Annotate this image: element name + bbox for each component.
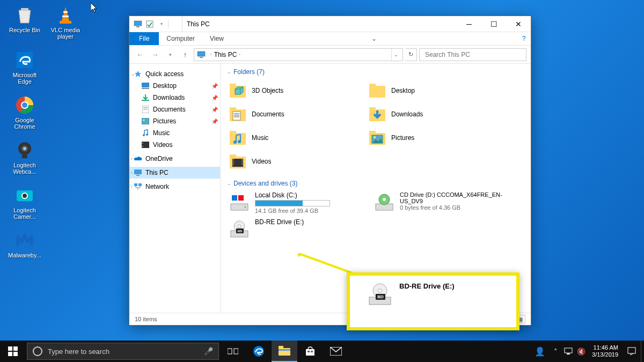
folder-item[interactable]: 3D Objects	[227, 79, 367, 102]
sidebar-item-documents[interactable]: Documents📌	[129, 104, 220, 115]
desktop-icon-label: Logitech Webca...	[6, 162, 43, 175]
thispc-icon[interactable]	[133, 19, 143, 29]
folders-section-header[interactable]: ⌄Folders (7)	[227, 68, 524, 76]
callout-text: BD-RE Drive (E:)	[399, 282, 455, 290]
folder-item[interactable]: Documents	[227, 102, 367, 126]
close-button[interactable]: ✕	[506, 16, 531, 32]
svg-rect-99	[565, 348, 572, 353]
chrome-icon	[14, 94, 35, 116]
show-desktop-button[interactable]	[641, 341, 644, 362]
mic-icon[interactable]: 🎤	[204, 347, 213, 356]
tab-view[interactable]: View	[202, 32, 231, 45]
qat-dropdown-icon[interactable]: ▾	[156, 19, 167, 29]
tray-chevron-icon[interactable]: ˄	[549, 341, 562, 362]
sidebar-onedrive[interactable]: ›OneDrive	[129, 153, 220, 165]
sidebar-label: This PC	[145, 169, 169, 176]
tray-people-icon[interactable]: 👤	[531, 341, 549, 362]
breadcrumb-item[interactable]: This PC	[214, 51, 237, 58]
search-box[interactable]	[419, 48, 526, 61]
desktop-icon-malwarebytes[interactable]: Malwareby...	[4, 230, 45, 267]
svg-rect-86	[13, 346, 18, 351]
breadcrumb-sep[interactable]: ›	[239, 52, 240, 57]
desktop-icon-chrome[interactable]: Google Chrome	[4, 94, 45, 132]
folder-item[interactable]: Music	[227, 126, 367, 150]
folder-item[interactable]: Downloads	[367, 102, 506, 126]
chevron-right-icon[interactable]: ›	[131, 170, 133, 175]
chevron-right-icon[interactable]: ›	[131, 156, 133, 161]
desktop-icon-recycle-bin[interactable]: Recycle Bin	[4, 4, 45, 42]
desktop-icon-lgcamera[interactable]: Logitech Camer...	[4, 184, 45, 222]
drive-bd-re-e[interactable]: BD BD-RE Drive (E:)	[227, 217, 372, 244]
nav-forward-button[interactable]: →	[149, 48, 162, 61]
svg-point-7	[22, 102, 27, 108]
sidebar-item-pictures[interactable]: Pictures📌	[129, 115, 220, 127]
svg-rect-94	[279, 349, 290, 351]
folder-item[interactable]: Desktop	[367, 79, 506, 102]
desktop-icon-label: VLC media player	[47, 27, 84, 40]
sidebar-item-music[interactable]: Music	[129, 127, 220, 139]
svg-rect-87	[8, 352, 12, 356]
folder-item[interactable]: Pictures	[367, 126, 506, 150]
svg-rect-32	[142, 146, 143, 147]
svg-rect-85	[8, 346, 12, 351]
tray-volume-icon[interactable]: 🔇	[575, 341, 588, 362]
folder-item[interactable]: Videos	[227, 150, 367, 173]
svg-rect-43	[233, 112, 240, 120]
taskview-button[interactable]	[220, 341, 246, 362]
titlebar[interactable]: ▾ This PC ─ ☐ ✕	[129, 16, 531, 32]
taskbar-explorer[interactable]	[272, 341, 297, 362]
thispc-icon	[134, 168, 142, 177]
desktop-icon-edge[interactable]: Microsoft Edge	[4, 49, 45, 87]
tab-file[interactable]: File	[129, 32, 159, 45]
refresh-button[interactable]: ↻	[405, 48, 417, 61]
sidebar-item-videos[interactable]: Videos	[129, 139, 220, 151]
sidebar-label: Documents	[153, 106, 186, 113]
sidebar-quick-access[interactable]: ⌄Quick access	[129, 68, 220, 80]
chevron-down-icon[interactable]: ⌄	[131, 71, 135, 77]
folder-label: Desktop	[391, 87, 415, 94]
help-icon[interactable]: ?	[517, 32, 531, 45]
search-placeholder: Type here to search	[48, 348, 204, 356]
sidebar-item-desktop[interactable]: Desktop📌	[129, 80, 220, 92]
taskbar-clock[interactable]: 11:46 AM3/13/2019	[588, 344, 623, 358]
sidebar-thispc[interactable]: ›This PC	[129, 167, 220, 179]
svg-point-51	[233, 141, 237, 144]
sidebar-network[interactable]: ›Network	[129, 181, 220, 193]
taskbar-search[interactable]: Type here to search 🎤	[27, 343, 219, 360]
nav-recent-button[interactable]: ▾	[164, 48, 177, 61]
drive-name: BD-RE Drive (E:)	[255, 218, 371, 226]
taskbar-mail[interactable]	[323, 341, 349, 362]
folder-icon	[228, 128, 247, 147]
search-input[interactable]	[425, 51, 523, 58]
minimize-button[interactable]: ─	[457, 16, 481, 32]
svg-rect-48	[369, 107, 376, 110]
svg-rect-25	[143, 109, 148, 109]
sidebar-label: Network	[145, 183, 169, 190]
music-icon	[141, 129, 150, 137]
drive-cd-d[interactable]: CD Drive (D:) CCCOMA_X64FRE_EN-US_DV9 0 …	[372, 190, 517, 217]
pictures-icon	[141, 117, 150, 125]
start-button[interactable]	[0, 341, 26, 362]
desktop-icon-label: Microsoft Edge	[6, 72, 43, 85]
nav-up-button[interactable]: ↑	[179, 48, 192, 61]
tab-computer[interactable]: Computer	[159, 32, 202, 45]
desktop-icon-vlc[interactable]: VLC media player	[45, 4, 86, 42]
desktop-icon-webcam[interactable]: Logitech Webca...	[4, 139, 45, 177]
tray-network-icon[interactable]	[562, 341, 575, 362]
sidebar-item-downloads[interactable]: Downloads📌	[129, 92, 220, 104]
chevron-right-icon[interactable]: ›	[131, 184, 133, 189]
ribbon-expand-icon[interactable]: ⌄	[367, 32, 381, 45]
maximize-button[interactable]: ☐	[481, 16, 506, 32]
svg-rect-58	[230, 154, 236, 157]
drives-section-header[interactable]: ⌄Devices and drives (3)	[227, 180, 524, 187]
sidebar-label: Music	[153, 129, 170, 137]
tray-notifications-icon[interactable]	[623, 341, 641, 362]
nav-back-button[interactable]: ←	[134, 48, 147, 61]
properties-icon[interactable]	[144, 19, 155, 29]
svg-rect-44	[234, 113, 239, 114]
taskbar-store[interactable]	[297, 341, 323, 362]
addrbar-dropdown-icon[interactable]: ⌄	[391, 49, 400, 61]
taskbar-edge[interactable]	[246, 341, 272, 362]
address-bar[interactable]: › This PC › ⌄	[194, 48, 403, 61]
drive-local-disk-c[interactable]: Local Disk (C:) 14.1 GB free of 39.4 GB	[227, 190, 372, 217]
